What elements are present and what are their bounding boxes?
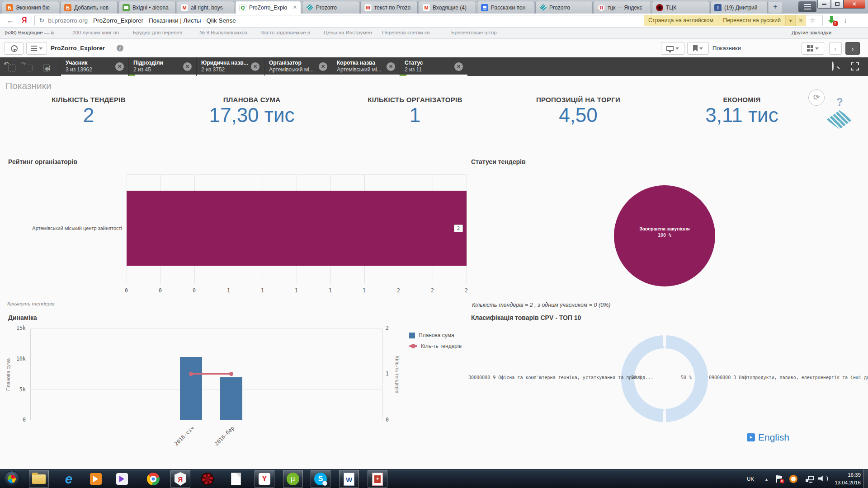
tab-prozorro-1[interactable]: Prozorro — [302, 1, 359, 14]
rating-bar[interactable] — [127, 191, 467, 266]
taskbar-chrome[interactable] — [143, 470, 163, 488]
help-question-mark[interactable]: ? — [836, 96, 843, 108]
translate-options-caret[interactable]: ▾ — [785, 15, 795, 26]
filter-chip-status[interactable]: Статус 2 из 11 ✕ — [400, 57, 467, 76]
clock[interactable]: 16:39 13.04.2016 — [835, 469, 861, 488]
filter-chip-pidrozdily[interactable]: Підрозділи 2 из 45 ✕ — [128, 57, 196, 76]
info-icon[interactable]: i — [117, 45, 123, 52]
taskbar-office-red[interactable] — [368, 470, 387, 488]
volume-tray-icon[interactable] — [818, 469, 828, 488]
taskbar-internet-explorer[interactable]: e — [59, 470, 79, 488]
downloads-icon[interactable]: 2 — [827, 16, 836, 25]
tender-count-point[interactable] — [189, 372, 193, 376]
reload-icon[interactable]: ↻ — [39, 17, 45, 24]
cycle-refresh-button[interactable]: ⟳ — [808, 89, 825, 106]
bookmark-item[interactable]: Часто задаваемые в — [260, 30, 310, 35]
start-button[interactable] — [4, 471, 20, 487]
next-sheet-button[interactable]: › — [845, 42, 860, 55]
kpi-planned-sum[interactable]: ПЛАНОВА СУМА17,30 тис — [166, 96, 338, 126]
browser-menu-button[interactable] — [798, 1, 816, 12]
tab-gmail-3[interactable]: MВходящие (4) — [419, 1, 476, 14]
navigation-menu-button[interactable] — [5, 42, 24, 55]
remove-filter-icon[interactable]: ✕ — [387, 62, 395, 71]
tab-add-new[interactable]: БДобавить нов — [60, 1, 118, 14]
filter-chip-yurydychna[interactable]: Юридична назв... 2 из 3752 ✕ — [196, 57, 264, 76]
clear-selections-button[interactable]: ⊗ — [39, 61, 50, 71]
bookmark-item[interactable]: Брудер для перепел — [133, 30, 182, 35]
filter-chip-uchasnyk[interactable]: Учасник 3 из 13962 ✕ — [61, 57, 128, 76]
hidden-icons-arrow[interactable]: ▴ — [765, 469, 768, 488]
close-icon[interactable]: ✕ — [293, 5, 297, 10]
filter-chip-korotka-nazva[interactable]: Коротка назва Артемівський мі... ✕ — [332, 57, 400, 76]
show-desktop-button[interactable] — [863, 469, 868, 488]
tab-inbox-ua[interactable]: Вхідні • aleona — [118, 1, 176, 14]
kpi-savings[interactable]: ЕКОНОМІЯ3,11 тис — [656, 96, 828, 126]
legend-item-planned-sum[interactable]: Планова сума — [409, 332, 462, 338]
bookmarks-button[interactable] — [687, 42, 709, 55]
translate-button[interactable]: Перевести на русский — [718, 15, 785, 26]
prev-sheet-button[interactable]: ‹ — [829, 42, 842, 55]
remove-filter-icon[interactable]: ✕ — [115, 62, 124, 71]
maximize-button[interactable] — [831, 0, 844, 9]
bookmark-item[interactable]: 200 лучших книг по — [72, 30, 119, 35]
back-icon[interactable]: ← — [6, 16, 14, 25]
taskbar-skype[interactable]: S — [311, 470, 330, 488]
bookmark-item[interactable]: (538) Входящие — а — [5, 30, 54, 35]
bookmark-item[interactable]: № 8 Вылупившихся — [199, 30, 247, 35]
fullscreen-button[interactable] — [851, 62, 859, 70]
taskbar-windows-explorer[interactable] — [29, 470, 49, 488]
english-link[interactable]: ➤ English — [747, 432, 789, 443]
taskbar-word[interactable]: W — [339, 470, 359, 488]
taskbar-yandex-browser[interactable]: Я — [170, 470, 190, 488]
new-tab-button[interactable]: + — [769, 2, 782, 13]
taskbar-media-player[interactable] — [86, 470, 106, 488]
tab-tck[interactable]: ◉ТЦК — [652, 1, 709, 14]
tab-gmail-2[interactable]: Mтекст по Prozo — [360, 1, 418, 14]
kpi-tender-count[interactable]: КІЛЬКІСТЬ ТЕНДЕРІВ2 — [3, 96, 175, 126]
remove-filter-icon[interactable]: ✕ — [183, 62, 192, 71]
smart-search-button[interactable] — [832, 62, 840, 70]
presentation-button[interactable] — [661, 42, 684, 55]
legend-item-tender-count[interactable]: Кіль-ть тендерів — [409, 343, 462, 349]
remove-filter-icon[interactable]: ✕ — [454, 62, 463, 71]
network-tray-icon[interactable] — [806, 469, 814, 488]
planned-sum-bar-mar[interactable] — [220, 377, 242, 420]
tab-gdocs[interactable]: Расскажи пон — [477, 1, 534, 14]
bookmark-star-icon[interactable]: ☆ — [810, 16, 816, 24]
tab-facebook[interactable]: f(19) Дмитрий — [710, 1, 768, 14]
status-pie[interactable]: Завершена закупівля 100 % — [614, 185, 715, 286]
planned-sum-bar-jan[interactable] — [180, 357, 202, 420]
translate-close-icon[interactable]: ✕ — [795, 15, 806, 26]
url-field[interactable]: ↻ bi.prozorro.org ProZorro_Explorer - По… — [34, 15, 823, 26]
other-bookmarks[interactable]: Другие закладки — [792, 30, 831, 35]
language-indicator[interactable]: UK — [747, 469, 754, 488]
antivirus-tray-icon[interactable] — [789, 469, 797, 488]
tab-prozorro-explorer-active[interactable]: QProZorro_Explo✕ — [235, 1, 301, 14]
kpi-bids-per-tender[interactable]: ПРОПОЗИЦІЙ НА ТОРГИ4,50 — [492, 96, 664, 126]
taskbar-kmplayer[interactable] — [112, 470, 132, 488]
close-window-button[interactable]: ✕ — [844, 0, 865, 9]
redo-selection-button[interactable]: ↷ — [22, 61, 33, 71]
taskbar-yandex-y[interactable]: Y — [255, 470, 274, 488]
downloads-panel-icon[interactable]: ↓ — [844, 16, 847, 24]
tab-economy[interactable]: БЭкономия бю — [2, 1, 59, 14]
bookmark-item[interactable]: Брезентовые штор — [451, 30, 497, 35]
bookmark-item[interactable]: Цены на Инструмен — [324, 30, 372, 35]
remove-filter-icon[interactable]: ✕ — [251, 62, 259, 71]
remove-filter-icon[interactable]: ✕ — [319, 62, 327, 71]
taskbar-utorrent[interactable]: µ — [283, 470, 303, 488]
action-center-flag[interactable]: ✕ — [776, 469, 783, 488]
minimize-button[interactable] — [817, 0, 831, 9]
bookmark-item[interactable]: Перепела клетки св — [382, 30, 430, 35]
undo-selection-button[interactable]: ↶ — [5, 61, 15, 71]
tender-count-point[interactable] — [229, 372, 233, 376]
tab-gmail-1[interactable]: Mall right, boys — [177, 1, 234, 14]
tab-prozorro-2[interactable]: Prozorro — [535, 1, 593, 14]
sheets-grid-button[interactable] — [802, 42, 824, 55]
tab-yandex-search[interactable]: Ятцк — Яндекс — [594, 1, 651, 14]
kpi-organizer-count[interactable]: КІЛЬКІСТЬ ОРГАНІЗАТОРІВ1 — [329, 96, 501, 126]
sheet-list-button[interactable] — [26, 42, 47, 55]
taskbar-notepad[interactable] — [226, 470, 246, 488]
filter-chip-organizator[interactable]: Організатор Артемівський мі... ✕ — [264, 57, 332, 76]
yandex-logo-icon[interactable]: Я — [22, 16, 27, 24]
